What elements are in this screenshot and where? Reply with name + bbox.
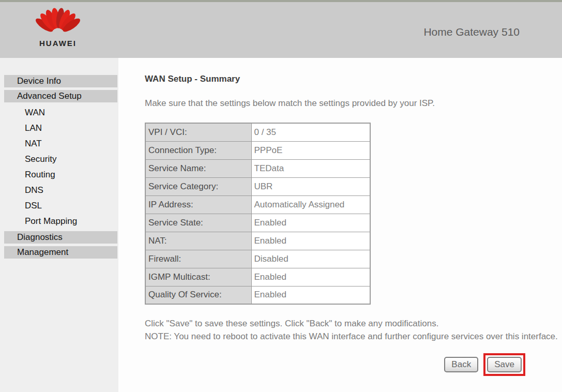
sidebar-item-routing[interactable]: Routing xyxy=(0,167,118,183)
sidebar-item-management[interactable]: Management xyxy=(4,246,117,259)
sidebar-item-diagnostics[interactable]: Diagnostics xyxy=(4,231,117,244)
table-row: IGMP Multicast: Enabled xyxy=(145,268,370,286)
table-row: NAT: Enabled xyxy=(145,232,370,250)
table-row: VPI / VCI: 0 / 35 xyxy=(145,123,370,141)
row-label: Firewall: xyxy=(145,250,251,268)
row-label: NAT: xyxy=(145,232,251,250)
row-label: Service State: xyxy=(145,214,251,232)
sidebar-item-nat[interactable]: NAT xyxy=(0,136,118,152)
sidebar-item-advanced-setup[interactable]: Advanced Setup xyxy=(4,90,117,102)
footer-line-reboot-note: NOTE: You need to reboot to activate thi… xyxy=(145,330,562,343)
table-row: Service Name: TEData xyxy=(145,159,370,177)
body: Device Info Advanced Setup WAN LAN NAT S… xyxy=(0,58,562,392)
row-label: Service Name: xyxy=(145,159,251,177)
row-value: Enabled xyxy=(251,268,370,286)
row-label: IGMP Multicast: xyxy=(145,268,251,286)
page-title: WAN Setup - Summary xyxy=(145,74,562,84)
row-label: Connection Type: xyxy=(145,141,251,159)
table-row: Quality Of Service: Enabled xyxy=(145,286,370,304)
row-value: PPPoE xyxy=(251,141,370,159)
sidebar-item-dns[interactable]: DNS xyxy=(0,183,118,198)
row-label: Service Category: xyxy=(145,177,251,195)
back-button[interactable]: Back xyxy=(444,357,478,372)
row-label: Quality Of Service: xyxy=(145,286,251,304)
sidebar-nav: Device Info Advanced Setup WAN LAN NAT S… xyxy=(0,58,118,392)
row-value: 0 / 35 xyxy=(251,123,370,141)
huawei-logo: HUAWEI xyxy=(34,6,82,48)
row-value: Enabled xyxy=(251,286,370,304)
huawei-flower-icon xyxy=(34,6,82,38)
table-row: Connection Type: PPPoE xyxy=(145,141,370,159)
row-value: Enabled xyxy=(251,214,370,232)
sidebar-item-wan[interactable]: WAN xyxy=(0,105,118,120)
sidebar-item-lan[interactable]: LAN xyxy=(0,120,118,136)
button-row: Back Save xyxy=(145,353,562,376)
save-button[interactable]: Save xyxy=(487,357,522,372)
table-row: IP Address: Automatically Assigned xyxy=(145,195,370,214)
row-value: Automatically Assigned xyxy=(251,195,370,214)
router-admin-page: HUAWEI Home Gateway 510 Device Info Adva… xyxy=(0,0,562,392)
sidebar-item-device-info[interactable]: Device Info xyxy=(4,75,117,87)
footer-note: Click "Save" to save these settings. Cli… xyxy=(145,317,562,343)
product-title: Home Gateway 510 xyxy=(423,26,520,38)
row-value: TEData xyxy=(251,159,370,177)
table-row: Service State: Enabled xyxy=(145,214,370,232)
row-value: Disabled xyxy=(251,250,370,268)
row-label: VPI / VCI: xyxy=(145,123,251,141)
footer-line-save-back: Click "Save" to save these settings. Cli… xyxy=(145,317,562,330)
intro-text: Make sure that the settings below match … xyxy=(145,98,562,109)
header: HUAWEI Home Gateway 510 xyxy=(0,2,562,58)
huawei-wordmark: HUAWEI xyxy=(34,39,82,48)
sidebar-item-dsl[interactable]: DSL xyxy=(0,198,118,214)
row-value: Enabled xyxy=(251,232,370,250)
sidebar-item-security[interactable]: Security xyxy=(0,152,118,167)
table-row: Firewall: Disabled xyxy=(145,250,370,268)
row-value: UBR xyxy=(251,177,370,195)
save-button-highlight-annotation: Save xyxy=(483,353,525,376)
wan-summary-table: VPI / VCI: 0 / 35 Connection Type: PPPoE… xyxy=(145,123,371,305)
sidebar-item-port-mapping[interactable]: Port Mapping xyxy=(0,214,118,229)
row-label: IP Address: xyxy=(145,195,251,214)
table-row: Service Category: UBR xyxy=(145,177,370,195)
main-content: WAN Setup - Summary Make sure that the s… xyxy=(118,58,562,392)
